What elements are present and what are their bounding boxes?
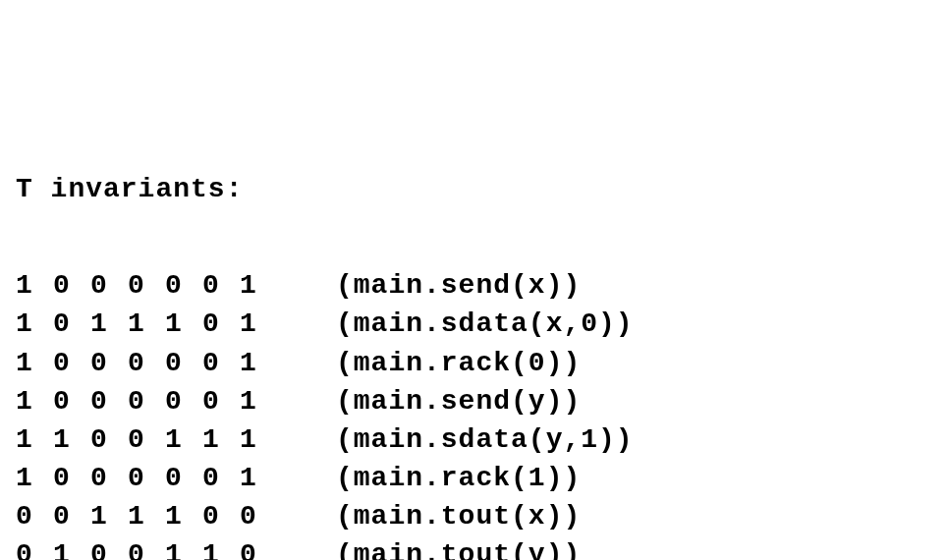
invariant-cell: 0 — [202, 266, 240, 305]
invariant-cell: 0 — [240, 535, 277, 560]
invariant-label: (main.rack(0)) — [336, 344, 581, 382]
invariant-cell: 0 — [90, 535, 128, 560]
invariant-row: 1100111(main.sdata(y,1)) — [16, 420, 930, 459]
invariant-grid: 1000001(main.send(x))1011101(main.sdata(… — [16, 266, 930, 560]
column-gap — [277, 344, 336, 382]
invariant-cell: 0 — [53, 305, 90, 343]
invariant-cell: 0 — [90, 382, 128, 420]
invariant-cell: 1 — [16, 266, 53, 305]
invariant-label: (main.tout(y)) — [336, 535, 581, 560]
invariant-cell: 1 — [240, 344, 277, 382]
invariant-cell: 1 — [165, 497, 202, 535]
invariant-cell: 1 — [53, 420, 90, 459]
invariant-cell: 0 — [90, 344, 128, 382]
invariant-cell: 1 — [16, 459, 53, 497]
invariant-cell: 0 — [202, 305, 240, 343]
invariant-cells: 1011101 — [16, 305, 277, 343]
invariant-cells: 1000001 — [16, 459, 277, 497]
invariant-label: (main.tout(x)) — [336, 497, 581, 535]
invariant-cell: 1 — [53, 535, 90, 560]
invariant-label: (main.send(x)) — [336, 266, 581, 305]
invariant-cell: 0 — [165, 344, 202, 382]
invariant-cells: 0100110 — [16, 535, 277, 560]
invariant-cell: 1 — [128, 497, 165, 535]
invariant-cell: 0 — [128, 535, 165, 560]
invariant-cell: 0 — [128, 344, 165, 382]
invariant-cell: 1 — [16, 305, 53, 343]
section-title: T invariants: — [16, 170, 930, 208]
invariant-cell: 0 — [90, 459, 128, 497]
invariant-cell: 0 — [90, 420, 128, 459]
invariant-label: (main.send(y)) — [336, 382, 581, 420]
invariant-cell: 0 — [128, 459, 165, 497]
invariant-cell: 0 — [202, 382, 240, 420]
invariant-cell: 1 — [90, 497, 128, 535]
invariant-row: 1000001(main.send(x)) — [16, 266, 930, 305]
invariant-row: 0011100(main.tout(x)) — [16, 497, 930, 535]
invariant-row: 0100110(main.tout(y)) — [16, 535, 930, 560]
invariant-cell: 1 — [165, 420, 202, 459]
column-gap — [277, 266, 336, 305]
invariant-cell: 0 — [202, 344, 240, 382]
invariant-cell: 0 — [53, 497, 90, 535]
invariant-cell: 1 — [165, 535, 202, 560]
invariant-label: (main.rack(1)) — [336, 459, 581, 497]
invariant-label: (main.sdata(x,0)) — [336, 305, 634, 343]
invariant-cell: 0 — [165, 459, 202, 497]
invariant-cell: 1 — [240, 459, 277, 497]
invariant-cell: 1 — [16, 344, 53, 382]
invariant-cell: 0 — [128, 266, 165, 305]
column-gap — [277, 497, 336, 535]
invariant-cell: 1 — [240, 266, 277, 305]
invariant-cell: 1 — [240, 420, 277, 459]
invariant-cells: 1100111 — [16, 420, 277, 459]
invariant-cell: 0 — [53, 382, 90, 420]
invariant-cell: 1 — [16, 382, 53, 420]
invariant-cell: 0 — [128, 420, 165, 459]
invariant-cells: 1000001 — [16, 382, 277, 420]
invariant-cell: 1 — [90, 305, 128, 343]
invariant-cell: 0 — [53, 344, 90, 382]
invariant-cell: 1 — [240, 305, 277, 343]
invariant-cell: 0 — [53, 459, 90, 497]
invariant-row: 1000001(main.rack(0)) — [16, 344, 930, 382]
invariant-row: 1000001(main.send(y)) — [16, 382, 930, 420]
column-gap — [277, 535, 336, 560]
invariant-cells: 1000001 — [16, 266, 277, 305]
invariant-cell: 0 — [240, 497, 277, 535]
invariant-cell: 0 — [16, 497, 53, 535]
invariant-cell: 1 — [240, 382, 277, 420]
invariant-cell: 1 — [165, 305, 202, 343]
invariant-cell: 0 — [165, 382, 202, 420]
column-gap — [277, 382, 336, 420]
invariant-cell: 1 — [128, 305, 165, 343]
invariant-row: 1011101(main.sdata(x,0)) — [16, 305, 930, 343]
column-gap — [277, 305, 336, 343]
invariant-cell: 0 — [165, 266, 202, 305]
invariant-cell: 0 — [128, 382, 165, 420]
invariant-cell: 0 — [90, 266, 128, 305]
invariant-label: (main.sdata(y,1)) — [336, 420, 634, 459]
invariant-row: 1000001(main.rack(1)) — [16, 459, 930, 497]
column-gap — [277, 459, 336, 497]
invariant-cell: 0 — [16, 535, 53, 560]
column-gap — [277, 420, 336, 459]
invariant-cell: 0 — [202, 459, 240, 497]
invariant-cells: 0011100 — [16, 497, 277, 535]
invariant-cell: 0 — [53, 266, 90, 305]
invariant-cell: 1 — [202, 535, 240, 560]
invariant-cell: 1 — [202, 420, 240, 459]
invariant-cell: 1 — [16, 420, 53, 459]
invariant-cells: 1000001 — [16, 344, 277, 382]
invariant-cell: 0 — [202, 497, 240, 535]
